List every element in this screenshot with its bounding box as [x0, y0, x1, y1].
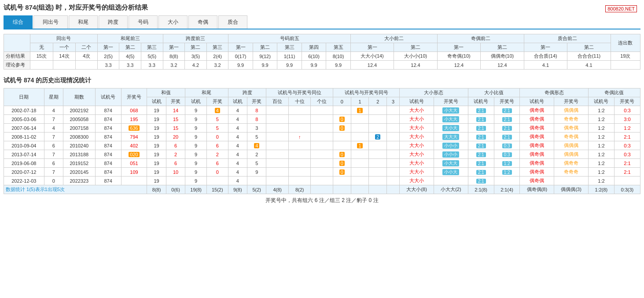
col-period: 期数: [63, 88, 95, 106]
cell-date: 2019-06-08: [4, 159, 44, 168]
theory-row-label: 理论参考: [4, 61, 30, 70]
cell-kuadu-test: 4: [228, 159, 247, 168]
cell-baiwei: [266, 168, 288, 177]
cell-daxiao-prize: 小大大: [434, 115, 468, 124]
cell-prize: 402: [121, 141, 147, 150]
cell-t0: 0: [333, 159, 351, 168]
analysis-cell: 1(11): [277, 52, 302, 61]
cell-jieou-ratio-prize: 3:0: [614, 115, 640, 124]
cell-jieou-ratio-test: 1:2: [588, 106, 614, 115]
cell-jieou-prize: 偶偶偶: [554, 150, 589, 159]
sub-jieou-ratio-prize: 开奖号: [614, 97, 640, 106]
cell-t2: [369, 115, 387, 124]
cell-test: 874: [95, 141, 121, 150]
cell-test: 874: [95, 124, 121, 132]
cell-date: 2008-11-02: [4, 132, 44, 141]
cell-hesum-test: 19: [147, 124, 166, 132]
cell-weekday: 6: [44, 159, 63, 168]
cell-shiwei: [288, 106, 310, 115]
cell-period: 2005058: [63, 115, 95, 124]
cell-kuadu-test: 4: [228, 177, 247, 185]
cell-jieou-ratio-prize: 0:3: [614, 141, 640, 150]
cell-hetail-prize: 6: [206, 159, 228, 168]
sub-gewei: 个位: [311, 97, 333, 106]
cell-baiwei: [266, 150, 288, 159]
theory-cell: 3.2: [163, 61, 185, 70]
theory-cell: 9.9: [277, 61, 302, 70]
cell-date: 2022-12-03: [4, 177, 44, 185]
cell-daxiao-test: 大大小: [400, 141, 434, 150]
cell-daxiao-ratio-prize: 1:2: [494, 159, 520, 168]
cell-shiwei: ↑: [288, 132, 310, 141]
tab-奇偶[interactable]: 奇偶: [188, 15, 217, 29]
cell-gewei: [311, 106, 333, 115]
tab-综合[interactable]: 综合: [4, 15, 33, 29]
cell-jieou-ratio-prize: [614, 177, 640, 185]
cell-gewei: [311, 141, 333, 150]
cell-t1: [351, 177, 369, 185]
cell-daxiao-test: 大大小: [400, 150, 434, 159]
brand-label: 800820.NET: [605, 5, 637, 12]
theory-cell: [76, 61, 98, 70]
cell-period: 2002192: [63, 106, 95, 115]
col-weekday: 星期: [44, 88, 63, 106]
cell-hetail-test: 9: [185, 124, 207, 132]
cell-baiwei: [266, 141, 288, 150]
tab-质合[interactable]: 质合: [218, 15, 247, 29]
cell-daxiao-prize: 大小大: [434, 124, 468, 132]
cell-jieou-test: 偶奇偶: [520, 115, 554, 124]
tab-大小[interactable]: 大小: [158, 15, 188, 29]
cell-baiwei: [266, 115, 288, 124]
theory-cell: 4.1: [524, 61, 567, 70]
cell-jieou-ratio-test: 1:2: [588, 150, 614, 159]
analysis-cell: 合合质(14): [524, 52, 567, 61]
tab-和尾[interactable]: 和尾: [69, 15, 98, 29]
sub-hesum-prize: 开奖: [166, 97, 185, 106]
analysis-cell: 8(10): [326, 52, 350, 61]
sub-hetail-test: 试机: [185, 97, 207, 106]
cell-period: 2010240: [63, 141, 95, 150]
cell-hetail-test: 9: [185, 132, 207, 141]
cell-hesum-test: 19: [147, 177, 166, 185]
cell-shiwei: [288, 177, 310, 185]
cell-date: 2007-06-14: [4, 124, 44, 132]
col-tonghao: 试机号与开奖号同号: [333, 88, 399, 97]
cell-kuadu-test: 4: [228, 150, 247, 159]
sub-t1: 1: [351, 97, 369, 106]
cell-kuadu-test: 4: [228, 132, 247, 141]
cell-t0: 0: [333, 115, 351, 124]
history-table: 日期 星期 期数 试机号 开奖号 和值 和尾 跨度 试机号与开奖号同位 试机号与…: [4, 88, 640, 194]
cell-prize: 794: [121, 132, 147, 141]
analysis-cell: 2(4): [206, 52, 228, 61]
cell-daxiao-prize: 小小小: [434, 150, 468, 159]
cell-shiwei: [288, 124, 310, 132]
cell-prize: 109: [121, 168, 147, 177]
tab-跨度[interactable]: 跨度: [99, 15, 128, 29]
analysis-cell: 4次: [76, 52, 98, 61]
tab-号码[interactable]: 号码: [129, 15, 158, 29]
sub-daxiao-ratio-test: 试机号: [468, 97, 494, 106]
tab-bar: 综合 同出号 和尾 跨度 号码 大小 奇偶 质合: [4, 15, 640, 29]
cell-daxiao-test: 大大小: [400, 124, 434, 132]
cell-jieou-ratio-prize: 2:1: [614, 132, 640, 141]
cell-t1: [351, 124, 369, 132]
col-hesum: 和值: [147, 88, 185, 97]
cell-test: 874: [95, 159, 121, 168]
cell-shiwei: [288, 168, 310, 177]
cell-daxiao-prize: 小小大: [434, 168, 468, 177]
tab-同出号[interactable]: 同出号: [33, 15, 68, 29]
cell-kuadu-test: 4: [228, 124, 247, 132]
cell-t0: 0: [333, 150, 351, 159]
cell-jieou-prize: 奇奇偶: [554, 132, 589, 141]
cell-daxiao-test: 大大小: [400, 132, 434, 141]
cell-weekday: 7: [44, 150, 63, 159]
cell-hetail-test: 9: [185, 115, 207, 124]
cell-hesum-test: 19: [147, 150, 166, 159]
sub-jieou-prize: 开奖号: [554, 97, 589, 106]
cell-prize: 051: [121, 159, 147, 168]
cell-t1: [351, 159, 369, 168]
cell-jieou-prize: 奇奇奇: [554, 115, 589, 124]
cell-period: 2007158: [63, 124, 95, 132]
cell-kuadu-prize: 9: [247, 168, 266, 177]
sub-daxiao-ratio-prize: 开奖号: [494, 97, 520, 106]
